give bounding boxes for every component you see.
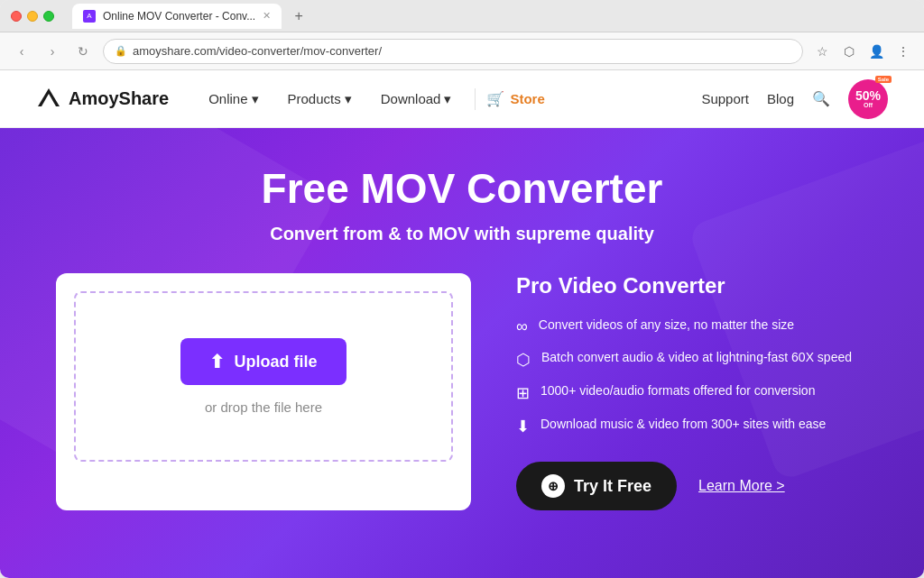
logo-icon xyxy=(36,87,61,112)
feature-icon-3: ⊞ xyxy=(516,383,530,403)
pro-title: Pro Video Converter xyxy=(516,273,868,298)
drop-text: or drop the file here xyxy=(205,399,322,415)
nav-online[interactable]: Online ▾ xyxy=(196,84,271,115)
feature-list: ∞ Convert videos of any size, no matter … xyxy=(516,317,868,436)
browser-tab[interactable]: A Online MOV Converter - Conv... ✕ xyxy=(72,4,282,29)
tab-title: Online MOV Converter - Conv... xyxy=(103,10,255,23)
hero-title: Free MOV Converter xyxy=(262,164,663,213)
sale-badge[interactable]: Sale 50% Off xyxy=(848,79,888,119)
sale-off-label: Off xyxy=(864,102,873,108)
nav-products[interactable]: Products ▾ xyxy=(275,84,365,115)
feature-icon-4: ⬇ xyxy=(516,417,530,436)
traffic-lights xyxy=(11,11,54,22)
main-nav: Online ▾ Products ▾ Download ▾ 🛒 Store xyxy=(196,84,701,115)
cart-icon: 🛒 xyxy=(486,90,504,107)
close-button[interactable] xyxy=(11,11,22,22)
pro-features: Pro Video Converter ∞ Convert videos of … xyxy=(516,273,868,510)
hero-subtitle: Convert from & to MOV with supreme quali… xyxy=(270,224,654,244)
nav-store[interactable]: 🛒 Store xyxy=(486,90,544,107)
nav-divider xyxy=(475,88,476,110)
address-bar[interactable]: 🔒 amoyshare.com/video-converter/mov-conv… xyxy=(103,39,803,64)
upload-drop-area[interactable]: ⬆ Upload file or drop the file here xyxy=(74,291,453,462)
website-content: AmoyShare Online ▾ Products ▾ Download ▾… xyxy=(0,70,924,578)
address-text: amoyshare.com/video-converter/mov-conver… xyxy=(133,44,382,58)
feature-text-4: Download music & video from 300+ sites w… xyxy=(541,416,826,434)
feature-text-1: Convert videos of any size, no matter th… xyxy=(539,317,794,335)
browser-titlebar: A Online MOV Converter - Conv... ✕ + xyxy=(0,0,924,32)
feature-item-2: ⬡ Batch convert audio & video at lightni… xyxy=(516,349,868,370)
logo[interactable]: AmoyShare xyxy=(36,87,169,112)
feature-text-2: Batch convert audio & video at lightning… xyxy=(541,349,852,367)
feature-item-1: ∞ Convert videos of any size, no matter … xyxy=(516,317,868,336)
lock-icon: 🔒 xyxy=(115,45,127,57)
feature-text-3: 1000+ video/audio formats offered for co… xyxy=(541,382,815,400)
upload-icon: ⬆ xyxy=(209,351,225,372)
reload-button[interactable]: ↻ xyxy=(72,41,94,62)
feature-icon-1: ∞ xyxy=(516,317,528,336)
minimize-button[interactable] xyxy=(27,11,38,22)
new-tab-button[interactable]: + xyxy=(289,6,309,26)
forward-button[interactable]: › xyxy=(42,41,63,62)
menu-icon[interactable]: ⋮ xyxy=(893,41,913,61)
profile-icon[interactable]: 👤 xyxy=(866,41,886,61)
nav-download[interactable]: Download ▾ xyxy=(368,84,465,115)
tab-close-button[interactable]: ✕ xyxy=(263,10,271,22)
site-header: AmoyShare Online ▾ Products ▾ Download ▾… xyxy=(0,70,924,128)
cta-row: ⊕ Try It Free Learn More > xyxy=(516,462,868,510)
extensions-icon[interactable]: ⬡ xyxy=(839,41,859,61)
toolbar-actions: ☆ ⬡ 👤 ⋮ xyxy=(812,41,913,61)
browser-window: A Online MOV Converter - Conv... ✕ + ‹ ›… xyxy=(0,0,924,578)
logo-text: AmoyShare xyxy=(69,88,169,109)
tab-favicon: A xyxy=(83,10,96,23)
maximize-button[interactable] xyxy=(43,11,54,22)
feature-icon-2: ⬡ xyxy=(516,350,531,370)
learn-more-link[interactable]: Learn More > xyxy=(698,478,785,494)
try-free-button[interactable]: ⊕ Try It Free xyxy=(516,462,677,510)
os-icon: ⊕ xyxy=(541,474,565,498)
nav-blog[interactable]: Blog xyxy=(767,91,794,106)
bookmark-icon[interactable]: ☆ xyxy=(812,41,832,61)
hero-section: Free MOV Converter Convert from & to MOV… xyxy=(0,128,924,578)
upload-button[interactable]: ⬆ Upload file xyxy=(180,338,346,385)
upload-box: ⬆ Upload file or drop the file here xyxy=(56,273,471,510)
back-button[interactable]: ‹ xyxy=(11,41,32,62)
nav-right: Support Blog 🔍 Sale 50% Off xyxy=(701,79,888,119)
feature-item-3: ⊞ 1000+ video/audio formats offered for … xyxy=(516,382,868,403)
feature-item-4: ⬇ Download music & video from 300+ sites… xyxy=(516,416,868,436)
browser-toolbar: ‹ › ↻ 🔒 amoyshare.com/video-converter/mo… xyxy=(0,32,924,70)
hero-content: ⬆ Upload file or drop the file here Pro … xyxy=(56,273,868,510)
sale-tag-label: Sale xyxy=(875,76,892,83)
nav-support[interactable]: Support xyxy=(701,91,749,106)
search-icon[interactable]: 🔍 xyxy=(812,90,830,107)
sale-percent: 50% xyxy=(855,89,881,102)
